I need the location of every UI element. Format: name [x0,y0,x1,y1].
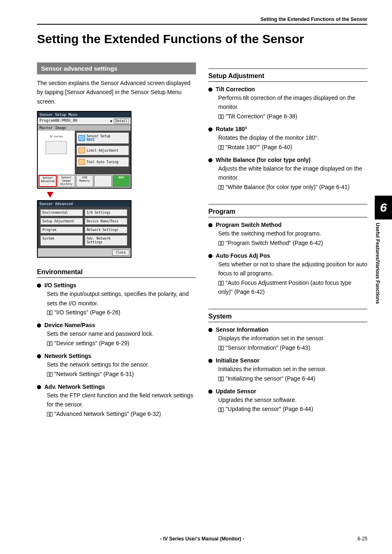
book-icon [218,376,224,381]
shot1-image-history-btn[interactable]: Sensor Image History [58,175,75,187]
ref-tilt-correction: "Tilt Correction" (Page 6-38) [226,113,297,120]
shot2-btn-adv-network-settings[interactable]: Adv. Network Settings [85,235,127,246]
screenshot-sensor-setup-menu: Sensor Setup Menu Program00:PROG_00 ▼ De… [37,111,131,189]
page-footer: - IV Series User's Manual (Monitor) - 6-… [37,536,367,542]
ref-white-balance: "White Balance (for color type only)" (P… [226,184,350,190]
bullet-icon [37,354,41,358]
shot1-sensor-advanced-btn[interactable]: Sensor Advanced [39,175,57,187]
svg-rect-6 [47,412,49,416]
svg-rect-8 [219,115,221,119]
book-icon [218,185,224,190]
arrow-down-icon [47,192,53,198]
bullet-icon [208,127,212,132]
svg-rect-22 [219,408,221,412]
item-tilt-correction: Tilt Correction Performs tilt correction… [208,86,367,121]
book-icon [218,346,224,351]
chapter-number: 6 [375,196,392,219]
shot2-btn-environmental[interactable]: Environmental [40,209,83,216]
item-sensor-information: Sensor Information Displays the informat… [208,326,367,352]
ref-device-settings: "Device settings" (Page 6-29) [54,340,129,346]
bullet-icon [208,390,212,394]
bullet-icon [208,88,212,92]
item-io-settings: I/O Settings Sets the input/output setti… [37,282,196,317]
svg-rect-21 [221,377,224,381]
shot1-limit-adjustment-btn[interactable]: Limit Adjustment [76,145,129,155]
ref-initialize-sensor: "Initializing the sensor" (Page 6-44) [226,375,316,382]
shot2-btn-system[interactable]: System [40,235,83,246]
svg-rect-18 [219,346,221,350]
heading-setup-adjustment: Setup Adjustment [208,68,367,82]
footer-center: - IV Series User's Manual (Monitor) - [37,536,367,542]
bullet-icon [208,328,212,332]
item-adv-network-settings: Adv. Network Settings Sets the FTP clien… [37,383,196,418]
ref-sensor-information: "Sensor Information" (Page 6-43) [226,344,310,351]
svg-rect-20 [219,377,221,381]
svg-rect-15 [221,241,224,245]
section-sensor-advanced-settings: Sensor advanced settings [37,62,196,74]
item-initialize-sensor: Initialize Sensor Initializes the inform… [208,357,367,383]
bullet-icon [208,223,212,227]
shot2-btn-device-name-pass[interactable]: Device Name/Pass [85,218,127,225]
svg-rect-5 [50,372,52,376]
book-icon [218,145,224,150]
shot2-title: Sensor Advanced [38,201,131,207]
footer-page-number: 6-25 [357,536,367,542]
heading-program: Program [208,204,367,217]
shot1-detail-btn[interactable]: Detail [114,118,129,124]
svg-rect-17 [221,281,224,285]
svg-rect-0 [47,311,49,315]
svg-rect-14 [219,241,221,245]
book-icon [218,281,224,286]
heading-environmental: Environmental [37,268,196,278]
shot1-sensor-setup-btn[interactable]: Sensor Setup NAVI [76,132,129,144]
svg-rect-10 [219,145,221,150]
svg-rect-16 [219,281,221,285]
item-update-sensor: Update Sensor Upgrades the sensor softwa… [208,388,367,414]
shot1-blank-btn [94,175,111,187]
book-icon [218,407,224,412]
ref-program-switch-method: "Program Switch Method" (Page 6-42) [226,240,323,246]
bullet-icon [37,323,41,328]
item-device-name-pass: Device Name/Pass Sets the sensor name an… [37,322,196,348]
ref-auto-focus-adj-pos: "Auto Focus Adjustment Position (auto fo… [218,279,351,295]
shot1-run-btn[interactable]: RUN [113,175,130,187]
screenshot-sensor-advanced: Sensor Advanced Environmental I/O Settin… [37,200,131,258]
bullet-icon [37,284,41,288]
ref-io-settings: "I/O Settings" (Page 6-26) [54,309,120,316]
bullet-icon [37,385,41,389]
bullet-icon [208,359,212,363]
book-icon [47,412,53,417]
book-icon [218,114,224,119]
shot2-btn-setup-adjustment[interactable]: Setup Adjustment [40,218,83,225]
book-icon [47,310,53,315]
ref-adv-network-settings: "Advanced Network Settings" (Page 6-32) [54,411,161,417]
bullet-icon [208,158,212,162]
shot2-btn-network-settings[interactable]: Network Settings [85,226,127,233]
shot2-close-btn[interactable]: Close [112,249,129,256]
svg-rect-7 [50,412,52,416]
intro-text: The section explains the Sensor Advanced… [37,78,196,106]
svg-rect-3 [50,342,52,346]
svg-rect-9 [221,115,224,119]
bullet-icon [208,254,212,258]
item-program-switch-method: Program Switch Method Sets the switching… [208,222,367,247]
item-white-balance: White Balance (for color type only) Adju… [208,157,367,192]
book-icon [218,241,224,246]
book-icon [47,372,53,377]
ref-update-sensor: "Updating the sensor" (Page 6-44) [226,406,313,412]
shot2-btn-io-settings[interactable]: I/O Settings [85,209,127,216]
svg-rect-1 [50,311,52,315]
shot1-tool-auto-tuning-btn[interactable]: Tool Auto Tuning [76,157,129,167]
breadcrumb: Setting the Extended Functions of the Se… [37,16,367,25]
item-rotate-180: Rotate 180° Rotates the display of the m… [208,126,367,152]
shot1-master-label: Master Image [38,125,131,131]
shot2-btn-program[interactable]: Program [40,226,83,233]
svg-rect-11 [221,145,224,150]
shot1-master-image: IV series [38,131,75,174]
svg-rect-12 [219,185,221,189]
shot1-usb-memory-btn[interactable]: USB Memory [76,175,93,187]
book-icon [47,341,53,346]
chapter-tab: 6 Useful Features/Various Functions [375,196,392,330]
svg-rect-19 [221,346,224,350]
ref-network-settings: "Network Settings" (Page 6-31) [54,371,134,377]
